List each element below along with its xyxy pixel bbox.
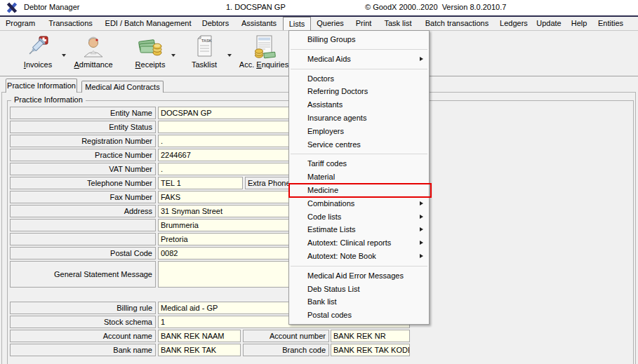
lists-item-medical-aid-error-messages[interactable]: Medical Aid Error Messages	[289, 269, 429, 283]
menu-batch-transactions[interactable]: Batch transactions	[418, 17, 496, 30]
tasklist-note-icon: TASK	[192, 34, 217, 59]
invoices-button[interactable]: Invoices	[13, 32, 63, 74]
practice-number-label: Practice Number	[10, 149, 156, 161]
telephone-number-field[interactable]: TEL 1	[158, 177, 243, 189]
svg-text:TASK: TASK	[201, 39, 212, 43]
tasklist-label: Tasklist	[181, 60, 227, 69]
lists-item-billing-groups[interactable]: Billing Groups	[289, 33, 429, 46]
menu-separator	[291, 266, 427, 267]
lists-item-combinations[interactable]: Combinations	[289, 197, 429, 210]
acc-enquiries-label: Acc. Enquiries	[236, 60, 292, 69]
submenu-arrow-icon	[420, 215, 423, 219]
document-title: 1. DOCSPAN GP	[226, 3, 286, 11]
submenu-arrow-icon	[420, 201, 423, 205]
fax-number-label: Fax Number	[10, 191, 156, 203]
lists-dropdown-menu: Billing Groups Medical Aids Doctors Refe…	[288, 30, 430, 325]
lists-item-medicine[interactable]: Medicine	[289, 184, 429, 197]
stock-schema-label: Stock schema	[10, 316, 156, 328]
invoices-syringe-icon	[25, 34, 51, 59]
tasklist-dropdown-arrow-icon[interactable]	[226, 52, 234, 59]
vat-number-label: VAT Number	[10, 163, 156, 175]
menu-update[interactable]: Update	[532, 17, 566, 30]
version-text: © GoodX 2000..2020 Version 8.0.2010.7	[365, 3, 506, 11]
lists-item-employers[interactable]: Employers	[289, 125, 429, 138]
lists-item-doctors[interactable]: Doctors	[289, 72, 429, 86]
menu-print[interactable]: Print	[350, 17, 378, 30]
lists-item-referring-doctors[interactable]: Referring Doctors	[289, 85, 429, 98]
bank-name-field[interactable]: BANK REK TAK	[158, 344, 241, 356]
lists-item-service-centres[interactable]: Service centres	[289, 138, 429, 151]
menu-transactions[interactable]: Transactions	[41, 17, 100, 30]
invoices-dropdown-arrow-icon[interactable]	[60, 52, 69, 59]
goodx-logo-icon	[6, 1, 18, 14]
menu-entities[interactable]: Entities	[592, 17, 629, 30]
entity-name-label: Entity Name	[10, 107, 156, 119]
menu-ledgers[interactable]: Ledgers	[496, 17, 532, 30]
admittance-patient-icon	[81, 34, 106, 59]
submenu-arrow-icon	[420, 227, 423, 231]
branch-code-label: Branch code	[243, 344, 329, 356]
tab-medical-aid-contracts[interactable]: Medical Aid Contracts	[81, 81, 164, 93]
account-number-label: Account number	[243, 330, 329, 342]
lists-item-assistants[interactable]: Assistants	[289, 98, 429, 112]
receipts-dropdown-arrow-icon[interactable]	[170, 52, 178, 59]
address-line3-label	[10, 233, 156, 245]
telephone-number-label: Telephone Number	[10, 177, 156, 189]
lists-item-medical-aids[interactable]: Medical Aids	[289, 53, 429, 66]
bank-name-label: Bank name	[10, 344, 156, 356]
menu-queries[interactable]: Queries	[311, 17, 350, 30]
receipts-label: Receipts	[126, 60, 174, 69]
tasklist-button[interactable]: TASK Tasklist	[181, 32, 227, 74]
account-name-label: Account name	[10, 330, 156, 342]
lists-item-insurance-agents[interactable]: Insurance agents	[289, 112, 429, 125]
menu-program[interactable]: Program	[0, 17, 41, 30]
registration-number-label: Registration Number	[10, 135, 156, 147]
invoices-label: Invoices	[13, 60, 63, 69]
lists-item-bank-list[interactable]: Bank list	[289, 295, 429, 309]
app-title: Debtor Manager	[24, 3, 80, 11]
lists-item-autotext-note-book[interactable]: Autotext: Note Book	[289, 250, 429, 263]
billing-rule-label: Billing rule	[10, 302, 156, 314]
menu-help[interactable]: Help	[566, 17, 592, 30]
title-bar: Debtor Manager 1. DOCSPAN GP © GoodX 200…	[0, 0, 638, 15]
postal-code-label: Postal Code	[10, 247, 156, 259]
admittance-button[interactable]: Admittance	[70, 32, 117, 74]
lists-item-estimate-lists[interactable]: Estimate Lists	[289, 223, 429, 236]
address-label: Address	[10, 205, 156, 217]
lists-item-autotext-clinical-reports[interactable]: Autotext: Clinical reports	[289, 236, 429, 250]
acc-enquiries-button[interactable]: Acc. Enquiries	[236, 32, 292, 74]
menu-separator	[291, 49, 427, 50]
menu-lists[interactable]: Lists	[283, 17, 311, 30]
receipts-cash-icon	[138, 34, 163, 59]
general-statement-message-label: General Statement Message	[10, 261, 156, 288]
tab-practice-information[interactable]: Practice Information	[6, 79, 77, 93]
lists-item-tariff-codes[interactable]: Tariff codes	[289, 157, 429, 170]
account-enquiries-icon	[251, 34, 277, 59]
lists-item-code-lists[interactable]: Code lists	[289, 210, 429, 224]
submenu-arrow-icon	[420, 254, 423, 258]
submenu-arrow-icon	[420, 241, 423, 245]
menu-assistants[interactable]: Assistants	[235, 17, 283, 30]
menu-edi-batch-management[interactable]: EDI / Batch Management	[100, 17, 196, 30]
menu-task-list[interactable]: Task list	[378, 17, 418, 30]
menu-debtors[interactable]: Debtors	[196, 17, 235, 30]
account-number-field[interactable]: BANK REK NR	[331, 330, 410, 342]
entity-status-label: Entity Status	[10, 121, 156, 133]
groupbox-title: Practice Information	[11, 95, 86, 104]
lists-item-material[interactable]: Material	[289, 170, 429, 184]
lists-item-deb-status-list[interactable]: Deb Status List	[289, 283, 429, 296]
menu-separator	[291, 154, 427, 154]
lists-item-postal-codes[interactable]: Postal codes	[289, 309, 429, 322]
receipts-button[interactable]: Receipts	[126, 32, 174, 74]
submenu-arrow-icon	[420, 57, 423, 61]
branch-code-field[interactable]: BANK REK TAK KODE	[331, 344, 410, 356]
address-line2-label	[10, 219, 156, 231]
menu-bar: Program Transactions EDI / Batch Managem…	[0, 17, 638, 30]
account-name-field[interactable]: BANK REK NAAM	[158, 330, 241, 342]
debtor-manager-window: Debtor Manager 1. DOCSPAN GP © GoodX 200…	[0, 0, 638, 364]
admittance-label: Admittance	[70, 60, 117, 69]
menu-separator	[291, 69, 427, 69]
